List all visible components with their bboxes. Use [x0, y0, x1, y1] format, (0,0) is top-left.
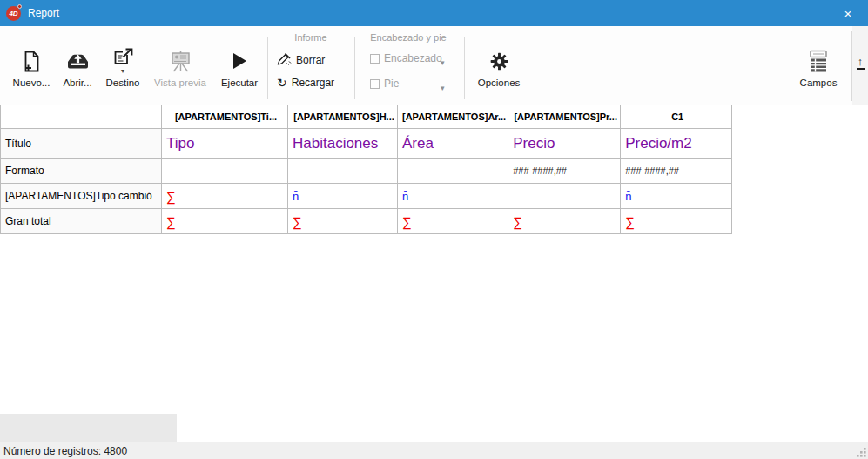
checkbox-icon — [370, 54, 380, 64]
window-title: Report — [28, 7, 59, 19]
4d-logo-icon: 4D — [6, 6, 21, 21]
pie-dropdown-icon[interactable]: ▾ — [441, 84, 445, 92]
formato-row: Formato ###-####,## ###-####,## — [1, 159, 732, 184]
format-cell[interactable] — [398, 159, 508, 184]
toolbar: Nuevo... Abrir... — [0, 26, 868, 105]
column-header[interactable]: [APARTAMENTOS]H... — [288, 105, 398, 129]
ejecutar-button[interactable]: Ejecutar — [214, 47, 265, 88]
aggregate-cell[interactable]: ∑ — [162, 184, 288, 209]
abrir-button[interactable]: Abrir... — [55, 47, 100, 88]
table-corner-cell — [1, 105, 162, 129]
vista-previa-label: Vista previa — [149, 78, 212, 88]
status-bar: Número de registros: 4800 — [0, 442, 868, 459]
resize-grip-icon[interactable] — [855, 446, 866, 457]
vista-previa-button[interactable]: Vista previa — [149, 47, 212, 88]
aggregate-cell[interactable]: ∑ — [162, 209, 288, 234]
pie-checkbox[interactable]: Pie — [370, 78, 399, 90]
nuevo-label: Nuevo... — [8, 78, 55, 88]
logo-text: 4D — [9, 10, 17, 17]
recargar-label: Recargar — [292, 77, 334, 89]
encabezado-dropdown-icon[interactable]: ▾ — [441, 58, 445, 67]
preview-easel-icon — [149, 47, 212, 75]
column-header[interactable]: [APARTAMENTOS]Ar... — [398, 105, 508, 129]
logo-dot — [17, 4, 22, 9]
new-document-icon — [8, 47, 55, 75]
nuevo-button[interactable]: Nuevo... — [8, 47, 55, 88]
broom-icon — [277, 51, 292, 69]
encabezado-checkbox[interactable]: Encabezado — [370, 52, 442, 64]
toolbar-separator — [267, 37, 268, 99]
opciones-label: Opciones — [474, 78, 523, 88]
ejecutar-label: Ejecutar — [214, 78, 265, 88]
aggregate-cell[interactable]: n̄ — [621, 184, 732, 209]
aggregate-cell[interactable]: ∑ — [288, 209, 398, 234]
format-cell[interactable]: ###-####,## — [508, 159, 621, 184]
encabezado-label: Encabezado — [384, 52, 442, 64]
format-cell[interactable]: ###-####,## — [621, 159, 732, 184]
aggregate-cell[interactable]: ∑ — [621, 209, 732, 234]
row-label: Formato — [1, 159, 162, 184]
collapse-arrow-bar — [857, 68, 865, 70]
title-cell[interactable]: Habitaciones — [288, 129, 398, 159]
column-header[interactable]: [APARTAMENTOS]Pr... — [508, 105, 621, 129]
destino-button[interactable]: ▾ Destino — [99, 47, 146, 88]
borrar-button[interactable]: Borrar — [277, 51, 325, 69]
titulo-row: Título Tipo Habitaciones Área Precio Pre… — [1, 129, 732, 159]
informe-group-label: Informe — [273, 32, 348, 43]
title-cell[interactable]: Tipo — [162, 129, 288, 159]
close-button[interactable]: × — [828, 0, 868, 26]
title-cell[interactable]: Precio — [508, 129, 621, 159]
pie-label: Pie — [384, 78, 399, 90]
fields-list-icon — [794, 47, 843, 75]
row-label: Título — [1, 129, 162, 159]
aggregate-cell[interactable]: ∑ — [508, 209, 621, 234]
open-tray-icon — [55, 47, 100, 75]
toolbar-separator — [851, 31, 852, 101]
gear-icon — [474, 47, 523, 75]
encabezado-group-label: Encabezado y pie — [357, 32, 460, 43]
abrir-label: Abrir... — [55, 78, 100, 88]
report-window: 4D Report × Nuevo... — [0, 0, 868, 459]
aggregate-cell[interactable]: n̄ — [398, 184, 508, 209]
toolbar-separator — [354, 37, 355, 99]
destination-export-icon — [99, 47, 146, 68]
titlebar: 4D Report × — [0, 0, 868, 26]
format-cell[interactable] — [288, 159, 398, 184]
borrar-label: Borrar — [296, 54, 325, 66]
column-header-row: [APARTAMENTOS]Ti... [APARTAMENTOS]H... [… — [1, 105, 732, 129]
gran-total-row: Gran total ∑ ∑ ∑ ∑ ∑ — [1, 209, 732, 234]
checkbox-icon — [370, 79, 380, 89]
record-count-text: Número de registros: 4800 — [3, 445, 127, 457]
column-header[interactable]: [APARTAMENTOS]Ti... — [162, 105, 288, 129]
horizontal-scrollbar-thumb[interactable] — [0, 414, 177, 442]
format-cell[interactable] — [162, 159, 288, 184]
aggregate-cell[interactable] — [508, 184, 621, 209]
row-label: Gran total — [1, 209, 162, 234]
aggregate-cell[interactable]: n̄ — [288, 184, 398, 209]
column-header[interactable]: C1 — [621, 105, 732, 129]
tipo-cambio-row: [APARTAMENTOS]Tipo cambió ∑ n̄ n̄ n̄ — [1, 184, 732, 209]
campos-button[interactable]: Campos — [794, 47, 843, 88]
collapse-toolbar-button[interactable]: ↑ — [855, 56, 865, 70]
recargar-button[interactable]: ↻ Recargar — [277, 77, 334, 89]
title-cell[interactable]: Área — [398, 129, 508, 159]
run-play-icon — [214, 47, 265, 75]
campos-label: Campos — [794, 78, 843, 88]
destino-label: Destino — [99, 78, 146, 88]
report-design-grid: [APARTAMENTOS]Ti... [APARTAMENTOS]H... [… — [0, 105, 732, 234]
toolbar-separator — [464, 37, 465, 99]
collapse-arrow-icon: ↑ — [855, 56, 865, 67]
row-label: [APARTAMENTOS]Tipo cambió — [1, 184, 162, 209]
opciones-button[interactable]: Opciones — [474, 47, 523, 88]
aggregate-cell[interactable]: ∑ — [398, 209, 508, 234]
destino-dropdown-icon: ▾ — [99, 68, 146, 75]
reload-icon: ↻ — [277, 77, 287, 89]
title-cell[interactable]: Precio/m2 — [621, 129, 732, 159]
